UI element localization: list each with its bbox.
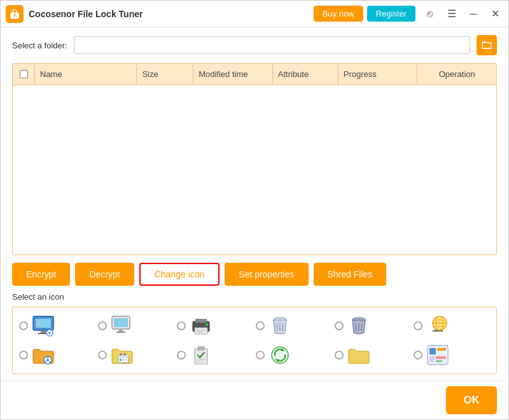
icon-folder-network [31,343,56,367]
main-content: Select a folder: Name Size Modified time… [1,27,508,381]
icon-radio-4[interactable] [256,321,265,330]
table-body [13,85,496,255]
icon-radio-1[interactable] [19,321,28,330]
icon-radio-7[interactable] [19,351,28,360]
buy-now-button[interactable]: Buy now [314,6,363,22]
svg-point-5 [48,332,51,334]
icon-grid-wrapper [12,307,497,374]
svg-rect-36 [123,359,125,361]
icon-grid [19,314,490,367]
icon-folder-calendar [109,343,135,367]
svg-point-26 [46,359,49,361]
svg-rect-13 [197,330,206,331]
menu-icon[interactable]: ☰ [443,6,460,22]
icon-radio-12[interactable] [414,351,422,360]
header-checkbox[interactable] [20,70,28,78]
icon-computer-network [31,314,56,338]
svg-point-27 [47,356,49,358]
file-table: Name Size Modified time Attribute Progre… [12,63,497,255]
icon-item-1[interactable] [19,314,95,338]
svg-rect-35 [120,359,122,361]
register-button[interactable]: Register [367,6,415,22]
icon-radio-2[interactable] [98,321,107,330]
icon-monitor [109,314,135,338]
icon-item-7[interactable] [19,343,95,367]
icon-item-3[interactable] [177,314,253,338]
folder-label: Select a folder: [12,41,67,50]
icon-item-12[interactable] [414,343,490,367]
folder-row: Select a folder: [12,35,497,55]
svg-rect-50 [429,356,435,362]
col-header-modified: Modified time [193,64,272,85]
svg-rect-41 [198,347,204,350]
icon-control-panel [425,343,450,367]
title-bar-buttons: Buy now Register [314,6,415,22]
svg-rect-49 [437,348,446,351]
svg-rect-9 [116,332,125,333]
svg-rect-1 [36,319,51,328]
svg-rect-52 [436,360,442,362]
icon-item-11[interactable] [335,343,411,367]
svg-rect-7 [114,318,128,327]
title-bar: Cocosenor File Lock Tuner Buy now Regist… [1,1,508,27]
icon-radio-10[interactable] [256,351,265,360]
encrypt-button[interactable]: Encrypt [12,263,70,286]
app-title: Cocosenor File Lock Tuner [29,9,314,19]
icon-item-5[interactable] [335,314,411,338]
svg-rect-34 [118,355,129,358]
icon-recycle-bin-full [346,314,372,338]
action-buttons: Encrypt Decrypt Change icon Set properti… [12,263,497,286]
main-window: Cocosenor File Lock Tuner Buy now Regist… [0,0,509,420]
icon-radio-11[interactable] [335,351,344,360]
col-header-attribute: Attribute [272,64,338,85]
close-button[interactable]: ✕ [487,6,503,22]
col-header-progress: Progress [338,64,417,85]
col-header-size: Size [136,64,193,85]
svg-point-15 [206,323,208,326]
col-header-operation: Operation [417,64,496,85]
svg-rect-11 [195,319,207,323]
svg-rect-8 [119,329,123,332]
icon-radio-5[interactable] [335,321,344,330]
select-icon-label: Select an icon [12,292,497,302]
shred-files-button[interactable]: Shred Files [314,263,387,286]
svg-rect-2 [41,330,46,333]
icon-folder-plain [346,343,372,367]
icon-sync-green [267,343,293,367]
icon-radio-3[interactable] [177,321,186,330]
icon-item-6[interactable] [414,314,490,338]
svg-rect-51 [436,356,446,359]
icon-item-4[interactable] [256,314,332,338]
icon-printer [188,314,214,338]
minimize-button[interactable]: ─ [465,6,482,22]
change-icon-button[interactable]: Change icon [139,263,220,286]
window-controls: ⎋ ☰ ─ ✕ [422,6,503,22]
svg-rect-14 [197,332,203,333]
icon-network-globe [425,314,450,338]
select-all-checkbox[interactable] [13,70,34,78]
browse-folder-button[interactable] [477,35,497,55]
icon-item-9[interactable] [177,343,253,367]
share-icon[interactable]: ⎋ [422,6,438,22]
col-header-name: Name [34,64,136,85]
svg-point-39 [124,354,126,356]
svg-point-38 [120,354,122,356]
icon-clipboard-check [188,343,214,367]
svg-rect-48 [429,348,436,354]
icon-radio-8[interactable] [98,351,107,360]
icon-item-8[interactable] [98,343,174,367]
decrypt-button[interactable]: Decrypt [75,263,134,286]
svg-rect-37 [126,359,127,361]
footer-bar: OK [1,381,508,419]
ok-button[interactable]: OK [446,386,497,414]
icon-item-10[interactable] [256,343,332,367]
icon-recycle-bin-empty [267,314,293,338]
icon-item-2[interactable] [98,314,174,338]
icon-radio-6[interactable] [414,321,422,330]
set-properties-button[interactable]: Set properties [225,263,308,286]
folder-input[interactable] [74,36,470,54]
table-header: Name Size Modified time Attribute Progre… [13,64,496,85]
icon-radio-9[interactable] [177,351,186,360]
app-icon [6,5,24,23]
